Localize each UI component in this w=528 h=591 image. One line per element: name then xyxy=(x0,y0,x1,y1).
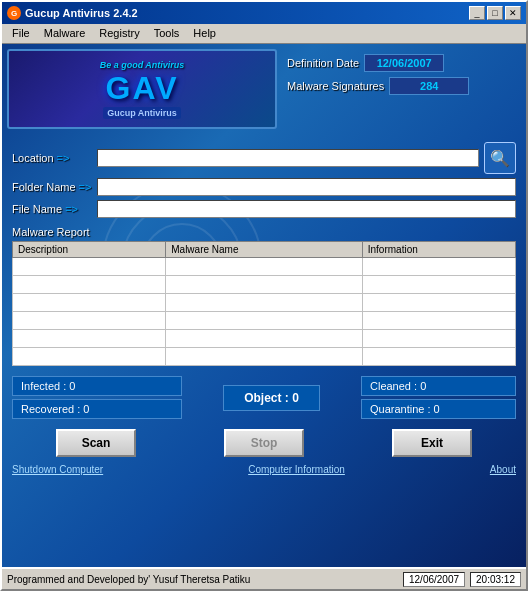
logo-area: Be a good Antivirus GAV Gucup Antivirus xyxy=(7,49,277,129)
main-content: Be a good Antivirus GAV Gucup Antivirus … xyxy=(2,44,526,567)
app-icon: G xyxy=(7,6,21,20)
title-bar-left: G Gucup Antivirus 2.4.2 xyxy=(7,6,138,20)
malware-signatures-label: Malware Signatures xyxy=(287,80,384,92)
search-icon: 🔍 xyxy=(490,149,510,168)
main-window: G Gucup Antivirus 2.4.2 _ □ ✕ File Malwa… xyxy=(0,0,528,591)
browse-button[interactable]: 🔍 xyxy=(484,142,516,174)
logo-title: GAV xyxy=(106,70,179,107)
logo-subtitle: Gucup Antivirus xyxy=(103,107,181,119)
location-label: Location => xyxy=(12,152,92,164)
close-button[interactable]: ✕ xyxy=(505,6,521,20)
header-area: Be a good Antivirus GAV Gucup Antivirus … xyxy=(2,44,526,134)
status-area: Infected : 0 Recovered : 0 Object : 0 Cl… xyxy=(2,371,526,424)
table-row xyxy=(13,330,516,348)
folder-arrow: => xyxy=(79,181,92,193)
file-name-label: File Name => xyxy=(12,203,92,215)
folder-name-input[interactable] xyxy=(97,178,516,196)
bottom-text: Programmed and Developed by' Yusuf There… xyxy=(7,574,398,585)
col-description: Description xyxy=(13,242,166,258)
status-right: Cleaned : 0 Quarantine : 0 xyxy=(361,376,516,419)
status-center: Object : 0 xyxy=(187,376,356,419)
status-left: Infected : 0 Recovered : 0 xyxy=(12,376,182,419)
menu-bar: File Malware Registry Tools Help xyxy=(2,24,526,44)
table-row xyxy=(13,258,516,276)
object-bar: Object : 0 xyxy=(223,385,320,411)
cleaned-bar: Cleaned : 0 xyxy=(361,376,516,396)
definition-date-label: Definition Date xyxy=(287,57,359,69)
table-row xyxy=(13,294,516,312)
table-row xyxy=(13,348,516,366)
bottom-time: 20:03:12 xyxy=(470,572,521,587)
malware-signatures-row: Malware Signatures 284 xyxy=(287,77,516,95)
file-name-row: File Name => xyxy=(12,200,516,218)
col-malware-name: Malware Name xyxy=(166,242,362,258)
info-panel: Definition Date 12/06/2007 Malware Signa… xyxy=(282,49,521,129)
logo-container: Be a good Antivirus GAV Gucup Antivirus xyxy=(100,60,185,119)
infected-bar: Infected : 0 xyxy=(12,376,182,396)
folder-name-label: Folder Name => xyxy=(12,181,92,193)
logo-tagline: Be a good Antivirus xyxy=(100,60,185,70)
menu-help[interactable]: Help xyxy=(187,26,222,41)
file-arrow: => xyxy=(65,203,78,215)
report-section: Malware Report Description Malware Name … xyxy=(2,226,526,366)
quarantine-bar: Quarantine : 0 xyxy=(361,399,516,419)
title-bar: G Gucup Antivirus 2.4.2 _ □ ✕ xyxy=(2,2,526,24)
stop-button[interactable]: Stop xyxy=(224,429,304,457)
links-area: Shutdown Computer Computer Information A… xyxy=(2,462,526,477)
location-row: Location => 🔍 xyxy=(12,142,516,174)
menu-registry[interactable]: Registry xyxy=(93,26,145,41)
folder-name-row: Folder Name => xyxy=(12,178,516,196)
report-label: Malware Report xyxy=(12,226,516,238)
malware-signatures-value: 284 xyxy=(389,77,469,95)
definition-date-value: 12/06/2007 xyxy=(364,54,444,72)
table-row xyxy=(13,312,516,330)
scan-button[interactable]: Scan xyxy=(56,429,136,457)
menu-malware[interactable]: Malware xyxy=(38,26,92,41)
malware-report-table: Description Malware Name Information xyxy=(12,241,516,366)
maximize-button[interactable]: □ xyxy=(487,6,503,20)
bottom-date: 12/06/2007 xyxy=(403,572,465,587)
bottom-bar: Programmed and Developed by' Yusuf There… xyxy=(2,567,526,589)
location-input[interactable] xyxy=(97,149,479,167)
minimize-button[interactable]: _ xyxy=(469,6,485,20)
title-buttons: _ □ ✕ xyxy=(469,6,521,20)
about-link[interactable]: About xyxy=(490,464,516,475)
definition-date-row: Definition Date 12/06/2007 xyxy=(287,54,516,72)
shutdown-link[interactable]: Shutdown Computer xyxy=(12,464,103,475)
file-name-input[interactable] xyxy=(97,200,516,218)
window-title: Gucup Antivirus 2.4.2 xyxy=(25,7,138,19)
recovered-bar: Recovered : 0 xyxy=(12,399,182,419)
fields-area: Location => 🔍 Folder Name => File Name xyxy=(2,134,526,226)
exit-button[interactable]: Exit xyxy=(392,429,472,457)
computer-info-link[interactable]: Computer Information xyxy=(248,464,345,475)
menu-tools[interactable]: Tools xyxy=(148,26,186,41)
buttons-area: Scan Stop Exit xyxy=(2,424,526,462)
menu-file[interactable]: File xyxy=(6,26,36,41)
col-information: Information xyxy=(362,242,515,258)
location-arrow: => xyxy=(57,152,70,164)
table-row xyxy=(13,276,516,294)
